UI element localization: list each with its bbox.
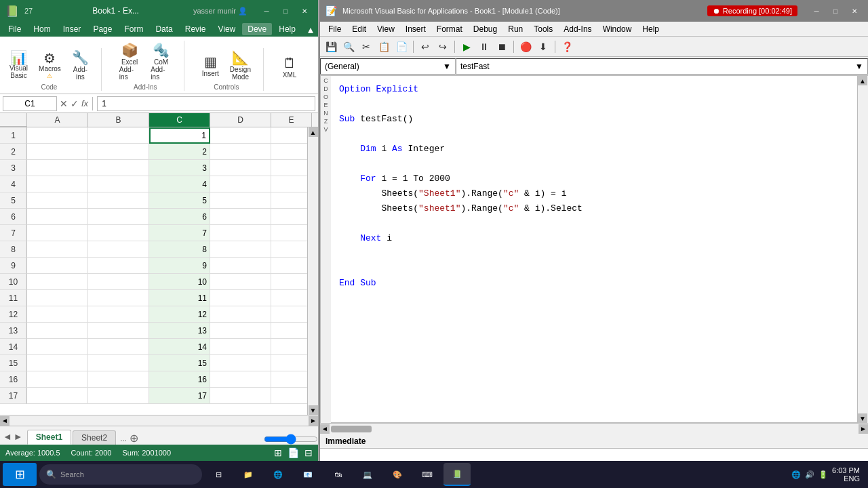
cell-c17[interactable]: 17 (149, 388, 210, 404)
cell-b3[interactable] (88, 160, 149, 176)
menu-help[interactable]: Help (273, 23, 301, 35)
maximize-button[interactable]: □ (277, 5, 294, 17)
taskbar-edge[interactable]: 🌐 (264, 463, 292, 486)
cell-d13[interactable] (210, 323, 271, 339)
cell-b6[interactable] (88, 209, 149, 225)
vba-maximize[interactable]: □ (827, 5, 844, 17)
cell-d2[interactable] (210, 144, 271, 160)
col-header-e[interactable]: E (271, 113, 312, 127)
insert-control-button[interactable]: ▦ Insert (198, 52, 223, 79)
menu-developer[interactable]: Deve (242, 23, 272, 35)
cell-e15[interactable] (271, 355, 307, 371)
clock[interactable]: 6:03 PM ENG (832, 466, 860, 483)
taskbar-mail[interactable]: 📧 (294, 463, 321, 486)
cell-a6[interactable] (27, 209, 88, 225)
cell-c3[interactable]: 3 (149, 160, 210, 176)
vba-minimize[interactable]: ─ (808, 5, 825, 17)
vba-code-editor[interactable]: Option Explicit Sub testFast() Dim i As … (331, 76, 857, 423)
row-header-6[interactable]: 6 (0, 209, 27, 225)
cell-b7[interactable] (88, 225, 149, 241)
vba-menu-run[interactable]: Run (502, 23, 528, 35)
cell-b14[interactable] (88, 339, 149, 355)
cell-c7[interactable]: 7 (149, 225, 210, 241)
cell-b17[interactable] (88, 388, 149, 404)
row-header-11[interactable]: 11 (0, 290, 27, 306)
cell-a17[interactable] (27, 388, 88, 404)
cell-b10[interactable] (88, 274, 149, 290)
page-break-icon[interactable]: ⊟ (304, 447, 313, 458)
cell-e16[interactable] (271, 371, 307, 388)
vba-tb-step[interactable]: ⬇ (535, 39, 551, 54)
cell-a14[interactable] (27, 339, 88, 355)
vba-tb-undo[interactable]: ↩ (417, 39, 433, 54)
cell-a4[interactable] (27, 176, 88, 192)
cell-d7[interactable] (210, 225, 271, 241)
cell-e12[interactable] (271, 306, 307, 323)
row-header-16[interactable]: 16 (0, 371, 27, 388)
add-sheet[interactable]: ⊕ (130, 432, 138, 445)
cell-d11[interactable] (210, 290, 271, 306)
vba-tb-breakpoint[interactable]: 🔴 (517, 39, 534, 54)
cell-e1[interactable] (271, 127, 307, 144)
cell-a3[interactable] (27, 160, 88, 176)
cell-b4[interactable] (88, 176, 149, 192)
vba-tb-icon3[interactable]: ✂ (358, 39, 374, 54)
menu-form[interactable]: Form (119, 23, 149, 35)
vba-tb-icon2[interactable]: 🔍 (340, 39, 357, 54)
cell-d5[interactable] (210, 192, 271, 209)
cell-d12[interactable] (210, 306, 271, 323)
taskbar-store[interactable]: 🛍 (324, 463, 351, 486)
vba-tb-run[interactable]: ▶ (458, 39, 475, 54)
close-button[interactable]: ✕ (296, 5, 313, 17)
cell-c6[interactable]: 6 (149, 209, 210, 225)
taskbar-excel[interactable]: 📗 (443, 463, 471, 486)
ribbon-collapse[interactable]: ▴ (302, 22, 319, 37)
vba-vertical-scrollbar[interactable]: ▲ ▼ (857, 76, 868, 423)
sheet-tab-sheet2[interactable]: Sheet2 (73, 430, 116, 445)
horizontal-scrollbar[interactable]: ◄ ► (0, 415, 318, 426)
formula-input[interactable] (97, 96, 315, 111)
vba-horizontal-scrollbar[interactable]: ◄ ► (320, 423, 868, 434)
select-all-button[interactable] (0, 113, 27, 127)
cell-d10[interactable] (210, 274, 271, 290)
taskbar-search[interactable]: 🔍 Search (39, 464, 202, 485)
menu-data[interactable]: Data (150, 23, 178, 35)
cell-e6[interactable] (271, 209, 307, 225)
row-header-1[interactable]: 1 (0, 127, 27, 144)
cell-a7[interactable] (27, 225, 88, 241)
sheet-tab-sheet1[interactable]: Sheet1 (27, 430, 71, 445)
excel-addins-button[interactable]: 📦 Excel Add-ins (115, 41, 144, 82)
vba-menu-edit[interactable]: Edit (347, 23, 372, 35)
menu-view[interactable]: View (212, 23, 241, 35)
sheet-options[interactable]: ... (120, 434, 127, 443)
scroll-tabs-left[interactable]: ◄ (3, 431, 12, 442)
minimize-button[interactable]: ─ (258, 5, 275, 17)
menu-insert[interactable]: Inser (58, 23, 87, 35)
row-header-12[interactable]: 12 (0, 306, 27, 323)
macros-button[interactable]: ⚙ Macros ⚠ (35, 50, 65, 81)
cell-d6[interactable] (210, 209, 271, 225)
xml-button[interactable]: 🗒 XML (277, 54, 302, 80)
taskbar-explorer[interactable]: 📁 (235, 463, 262, 486)
vba-general-dropdown[interactable]: (General) ▼ (320, 58, 456, 75)
volume-icon[interactable]: 🔊 (805, 470, 814, 479)
cell-d9[interactable] (210, 258, 271, 274)
vba-menu-format[interactable]: Format (431, 23, 468, 35)
vba-tb-icon4[interactable]: 📋 (376, 39, 392, 54)
menu-file[interactable]: File (3, 23, 26, 35)
menu-home[interactable]: Hom (28, 23, 56, 35)
row-header-10[interactable]: 10 (0, 274, 27, 290)
cell-a12[interactable] (27, 306, 88, 323)
visual-basic-button[interactable]: 📊 Visual Basic (5, 49, 32, 81)
accept-formula-icon[interactable]: ✓ (71, 98, 79, 109)
vba-tb-icon1[interactable]: 💾 (323, 39, 339, 54)
cell-e14[interactable] (271, 339, 307, 355)
row-header-15[interactable]: 15 (0, 355, 27, 371)
cell-b8[interactable] (88, 241, 149, 258)
cell-a1[interactable] (27, 127, 88, 144)
taskbar-terminal[interactable]: ⌨ (414, 463, 441, 486)
vba-tb-stop[interactable]: ⏹ (494, 39, 510, 54)
menu-review[interactable]: Revie (180, 23, 212, 35)
vertical-scrollbar[interactable]: ▲ ▼ (307, 127, 318, 415)
cell-e13[interactable] (271, 323, 307, 339)
